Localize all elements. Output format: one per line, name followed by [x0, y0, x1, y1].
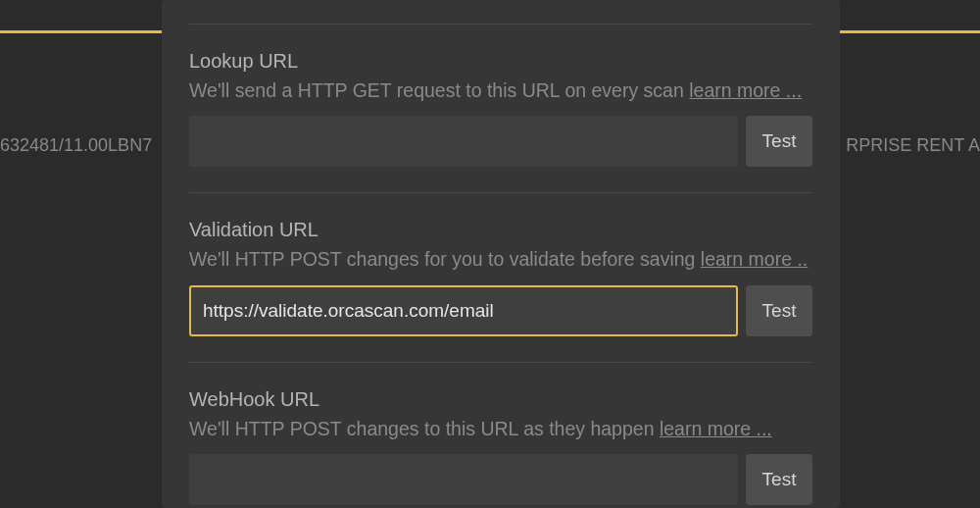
- webhook-title: WebHook URL: [189, 388, 812, 411]
- webhook-description-text: We'll HTTP POST changes to this URL as t…: [189, 418, 660, 439]
- validation-learn-more-link[interactable]: learn more ..: [701, 248, 808, 270]
- webhook-learn-more-link[interactable]: learn more ...: [660, 418, 772, 439]
- background-text-left: 632481/11.00LBN7: [0, 135, 152, 156]
- validation-section: Validation URL We'll HTTP POST changes f…: [162, 193, 840, 361]
- lookup-description: We'll send a HTTP GET request to this UR…: [189, 78, 812, 103]
- webhook-section: WebHook URL We'll HTTP POST changes to t…: [162, 363, 840, 508]
- lookup-url-input[interactable]: [189, 116, 738, 167]
- validation-title: Validation URL: [189, 219, 812, 241]
- validation-input-row: Test: [189, 285, 812, 336]
- validation-url-input[interactable]: [189, 285, 738, 336]
- lookup-input-row: Test: [189, 116, 812, 167]
- lookup-section: Lookup URL We'll send a HTTP GET request…: [162, 25, 840, 192]
- lookup-title: Lookup URL: [189, 50, 812, 73]
- webhook-url-input[interactable]: [189, 454, 738, 505]
- webhook-description: We'll HTTP POST changes to this URL as t…: [189, 417, 812, 441]
- webhook-test-button[interactable]: Test: [746, 454, 812, 505]
- settings-modal: Lookup URL We'll send a HTTP GET request…: [162, 0, 840, 508]
- validation-test-button[interactable]: Test: [746, 285, 812, 336]
- lookup-description-text: We'll send a HTTP GET request to this UR…: [189, 79, 689, 101]
- lookup-learn-more-link[interactable]: learn more ...: [689, 79, 802, 101]
- validation-description: We'll HTTP POST changes for you to valid…: [189, 247, 812, 272]
- webhook-input-row: Test: [189, 454, 812, 505]
- validation-description-text: We'll HTTP POST changes for you to valid…: [189, 248, 701, 270]
- lookup-test-button[interactable]: Test: [746, 116, 812, 167]
- background-text-right: RPRISE RENT A: [846, 135, 980, 156]
